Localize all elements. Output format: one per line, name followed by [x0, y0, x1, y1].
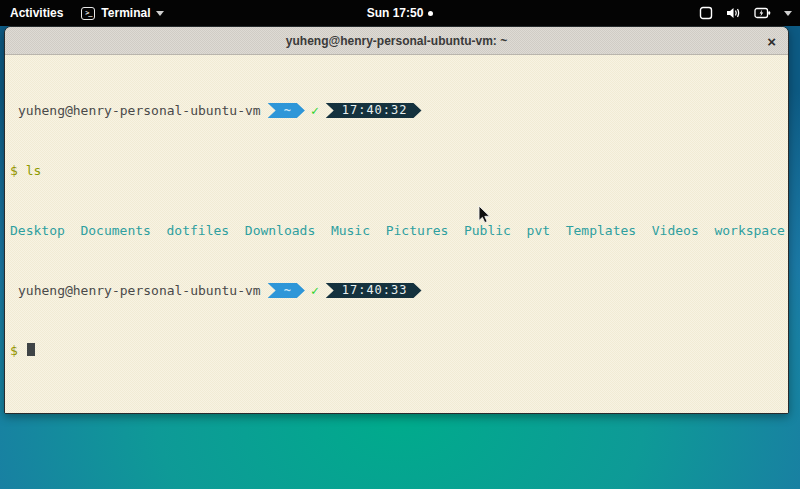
- terminal-input-line: $: [10, 343, 784, 358]
- prompt-dollar: $: [10, 343, 18, 358]
- chevron-down-icon: [784, 11, 792, 16]
- ls-output-line: Desktop Documents dotfiles Downloads Mus…: [10, 223, 784, 238]
- prompt-time-badge: 17:40:33: [326, 283, 422, 298]
- chevron-down-icon: [156, 11, 164, 16]
- app-menu-terminal[interactable]: >_ Terminal: [81, 6, 164, 20]
- window-titlebar[interactable]: yuheng@henry-personal-ubuntu-vm: ~ ×: [5, 27, 788, 55]
- check-icon: ✓: [305, 283, 326, 298]
- prompt-user-host: yuheng@henry-personal-ubuntu-vm: [18, 103, 261, 118]
- prompt-dollar: $: [10, 163, 18, 178]
- terminal-prompt-line: yuheng@henry-personal-ubuntu-vm ~ ✓ 17:4…: [10, 283, 784, 298]
- prompt-cwd-segment: ~: [268, 283, 305, 298]
- volume-icon: [726, 6, 741, 20]
- window-title: yuheng@henry-personal-ubuntu-vm: ~: [286, 34, 507, 48]
- close-button[interactable]: ×: [767, 33, 776, 48]
- system-status-area[interactable]: [699, 0, 792, 26]
- terminal-window: yuheng@henry-personal-ubuntu-vm: ~ × yuh…: [4, 26, 789, 414]
- prompt-time-badge: 17:40:32: [326, 103, 422, 118]
- terminal-prompt-line: yuheng@henry-personal-ubuntu-vm ~ ✓ 17:4…: [10, 103, 784, 118]
- prompt-user-host: yuheng@henry-personal-ubuntu-vm: [18, 283, 261, 298]
- terminal-command-line: $ ls: [10, 163, 784, 178]
- text-cursor: [27, 343, 35, 356]
- check-icon: ✓: [305, 103, 326, 118]
- notification-dot-icon: [428, 11, 433, 16]
- typed-command: ls: [26, 163, 42, 178]
- app-menu-label: Terminal: [101, 6, 150, 20]
- gnome-top-bar: Activities >_ Terminal Sun 17:50: [0, 0, 800, 26]
- display-icon: [699, 6, 713, 20]
- clock[interactable]: Sun 17:50: [367, 6, 424, 20]
- activities-button[interactable]: Activities: [10, 6, 63, 20]
- terminal-app-icon: >_: [81, 7, 95, 20]
- battery-charging-icon: [754, 6, 771, 20]
- terminal-screen[interactable]: yuheng@henry-personal-ubuntu-vm ~ ✓ 17:4…: [5, 55, 788, 413]
- prompt-cwd-segment: ~: [268, 103, 305, 118]
